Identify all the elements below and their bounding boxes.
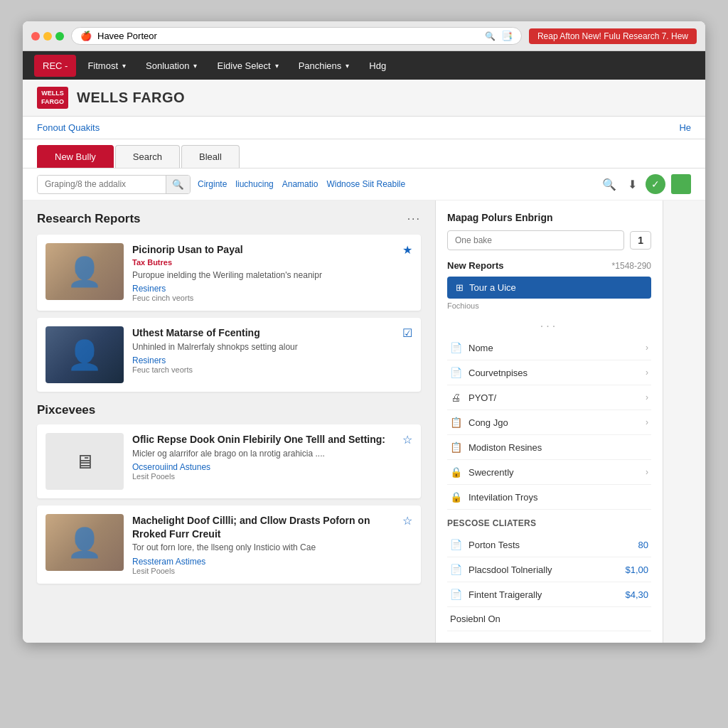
- article-desc-2: Unhinled in Malrerfaly shnokps setting a…: [132, 341, 394, 353]
- pescose-items-list: 📄 Porton Tests 80 📄 Placsdool Tolneriall…: [447, 532, 651, 607]
- check-button[interactable]: ✓: [646, 174, 665, 194]
- article-star-1[interactable]: ★: [402, 243, 412, 257]
- address-bar[interactable]: 🍎 🔍 📑: [71, 27, 522, 45]
- nav-item-rec[interactable]: REC -: [34, 55, 76, 77]
- close-dot[interactable]: [31, 32, 40, 41]
- pescose-item-porton[interactable]: 📄 Porton Tests 80: [447, 532, 651, 557]
- far-right-panel: [663, 200, 705, 643]
- article-card-2: 👤 Uthest Matarse of Fcenting Unhinled in…: [37, 318, 421, 392]
- nav-item-sonluation[interactable]: Sonluation ▾: [137, 55, 205, 77]
- menu-item-nome[interactable]: 📄 Nome ›: [447, 336, 651, 360]
- article-author-2[interactable]: Resiners: [132, 355, 394, 365]
- chevron-down-icon: ▾: [275, 62, 279, 70]
- nav-item-fitmost[interactable]: Fitmost ▾: [79, 55, 134, 77]
- article-title-2: Uthest Matarse of Fcenting: [132, 326, 394, 339]
- fonout-quakits-link[interactable]: Fonout Quakits: [37, 122, 100, 133]
- search-button[interactable]: 🔍: [599, 175, 619, 194]
- more-button[interactable]: ···: [407, 213, 421, 225]
- wf-logo: WELLS FARGO: [37, 87, 68, 109]
- article-body-1: Picinorip Usan to Payal Tax Butres Purop…: [132, 243, 394, 302]
- browser-window: 🍎 🔍 📑 Reap Afton New! Fulu Research 7. H…: [23, 21, 705, 643]
- toolbar-links: Cirginte liuchucing Anamatio Widnose Sii…: [198, 179, 405, 189]
- pixcevees-author-1[interactable]: Ocserouiind Astunes: [132, 462, 394, 472]
- chevron-right-icon: ›: [646, 368, 648, 378]
- menu-items-list: 📄 Nome › 📄 Courvetnpises › 🖨 PYOT/: [447, 336, 651, 510]
- nav-item-hdg[interactable]: Hdg: [360, 55, 395, 77]
- bottom-label-item: Posiebnl On: [447, 607, 651, 631]
- article-date-2: Feuc tarch veorts: [132, 365, 394, 374]
- toolbar-link-liuchucing[interactable]: liuchucing: [235, 179, 273, 189]
- apple-icon: 🍎: [80, 31, 92, 41]
- minimize-dot[interactable]: [43, 32, 52, 41]
- address-input[interactable]: [97, 31, 479, 41]
- wf-header: WELLS FARGO WELLS FARGO: [23, 80, 705, 117]
- bookmark-icon: 📑: [501, 31, 513, 41]
- pixcevees-img-2: 👤: [46, 514, 124, 571]
- menu-item-congjgo[interactable]: 📋 Cong Jgo ›: [447, 410, 651, 435]
- screen-image-1: 🖥: [46, 433, 124, 490]
- toolbar-actions: 🔍 ⬇ ✓: [599, 174, 691, 194]
- person-silhouette-3: 👤: [67, 526, 102, 560]
- pixcevees-star-1[interactable]: ☆: [402, 433, 412, 446]
- pixcevees-date-1: Lesit Pooels: [132, 472, 394, 481]
- person-silhouette-1: 👤: [67, 255, 102, 289]
- person-image-2: 👤: [46, 326, 124, 383]
- toolbar-link-anamatio[interactable]: Anamatio: [282, 179, 318, 189]
- document-icon: 📄: [450, 589, 461, 600]
- pescose-value-0: 80: [638, 540, 648, 550]
- menu-item-courvetnpises[interactable]: 📄 Courvetnpises ›: [447, 360, 651, 385]
- he-link[interactable]: He: [679, 122, 691, 133]
- chevron-right-icon: ›: [646, 392, 648, 402]
- article-img-1: 👤: [46, 243, 124, 300]
- green-action-button[interactable]: [671, 174, 691, 194]
- pixcevees-author-2[interactable]: Ressteram Astimes: [132, 557, 394, 567]
- person-silhouette-2: 👤: [67, 338, 102, 372]
- article-body-2: Uthest Matarse of Fcenting Unhinled in M…: [132, 326, 394, 374]
- chevron-down-icon: ▾: [346, 62, 349, 70]
- left-panel: Research Reports ··· 👤 Picinorip Usan to…: [23, 200, 435, 643]
- maximize-dot[interactable]: [55, 32, 64, 41]
- pescose-item-placsdool[interactable]: 📄 Placsdool Tolnerially $1,00: [447, 557, 651, 582]
- tab-search[interactable]: Search: [115, 145, 180, 168]
- new-reports-label: New Reports: [447, 260, 503, 271]
- research-reports-title: Research Reports: [37, 212, 141, 226]
- pixcevees-img-1: 🖥: [46, 433, 124, 490]
- pixcevees-star-2[interactable]: ☆: [402, 514, 412, 528]
- toolbar-link-cirginte[interactable]: Cirginte: [198, 179, 227, 189]
- tour-button[interactable]: ⊞ Tour a Uice: [447, 277, 651, 299]
- person-image-1: 👤: [46, 243, 124, 300]
- article-star-2[interactable]: ☑: [402, 326, 412, 340]
- article-author-1[interactable]: Resiners: [132, 284, 394, 294]
- menu-item-pyot[interactable]: 🖨 PYOT/ ›: [447, 385, 651, 410]
- document-icon: 📄: [450, 342, 461, 353]
- pixcevees-body-1: Oflic Repse Dook Onin Flebirily One Tell…: [132, 433, 394, 481]
- article-img-2: 👤: [46, 326, 124, 383]
- right-search-input[interactable]: [447, 230, 624, 250]
- toolbar-link-widnose[interactable]: Widnose Siit Reabile: [326, 179, 405, 189]
- dots-row: ...: [447, 317, 651, 330]
- pescose-value-1: $1,00: [625, 564, 648, 575]
- clipboard-icon: 📋: [450, 417, 461, 428]
- document-icon: 📄: [450, 564, 461, 575]
- menu-item-swecrently[interactable]: 🔒 Swecrently ›: [447, 460, 651, 485]
- menu-item-modiston[interactable]: 📋 Modiston Resines: [447, 435, 651, 460]
- chevron-right-icon: ›: [646, 417, 648, 427]
- chevron-right-icon: ›: [646, 343, 648, 353]
- screen-icon: 🖥: [75, 450, 95, 473]
- toolbar-search-button[interactable]: 🔍: [166, 176, 190, 193]
- toolbar-search-input[interactable]: [38, 176, 166, 193]
- research-reports-header: Research Reports ···: [37, 212, 421, 226]
- pescose-item-fintent[interactable]: 📄 Fintent Traigerally $4,30: [447, 582, 651, 607]
- download-button[interactable]: ⬇: [625, 175, 640, 194]
- tab-bleall[interactable]: Bleall: [181, 145, 240, 168]
- right-panel: Mapag Polurs Enbrign 1 New Reports *1548…: [435, 200, 663, 643]
- menu-item-intevilation[interactable]: 🔒 Intevilation Troys: [447, 485, 651, 510]
- nav-item-panchiens[interactable]: Panchiens ▾: [290, 55, 358, 77]
- nav-item-eidive[interactable]: Eidive Select ▾: [208, 55, 287, 77]
- right-search-badge: 1: [630, 231, 651, 250]
- document-icon: 📄: [450, 367, 461, 378]
- article-card-1: 👤 Picinorip Usan to Payal Tax Butres Pur…: [37, 235, 421, 311]
- tab-new-bully[interactable]: New Bully: [37, 145, 114, 168]
- nav-bar: REC - Fitmost ▾ Sonluation ▾ Eidive Sele…: [23, 51, 705, 80]
- fochious-label: Fochious: [447, 301, 651, 310]
